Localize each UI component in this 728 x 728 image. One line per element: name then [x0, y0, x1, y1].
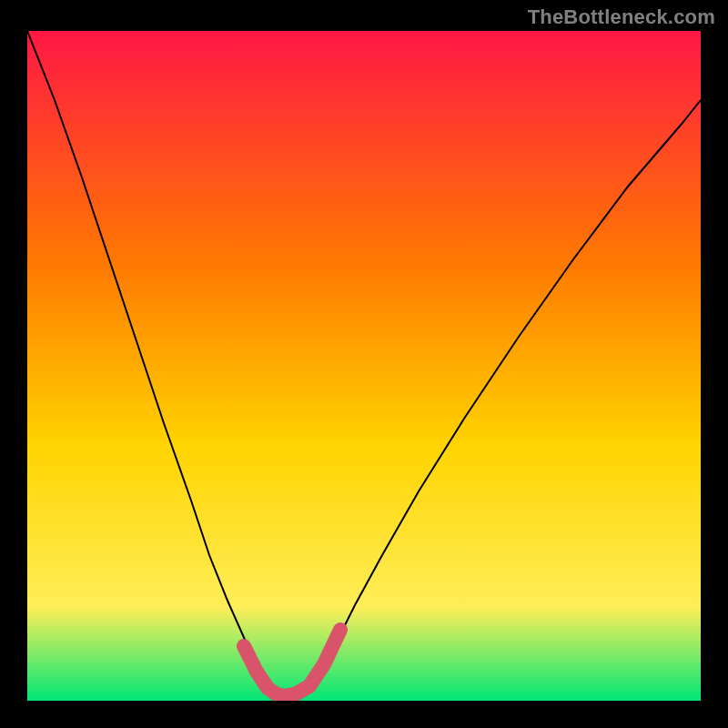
page-root: TheBottleneck.com: [0, 0, 728, 728]
chart-area: [27, 31, 701, 701]
chart-svg: [27, 31, 701, 701]
gradient-background: [27, 31, 701, 701]
watermark-text: TheBottleneck.com: [528, 5, 715, 29]
